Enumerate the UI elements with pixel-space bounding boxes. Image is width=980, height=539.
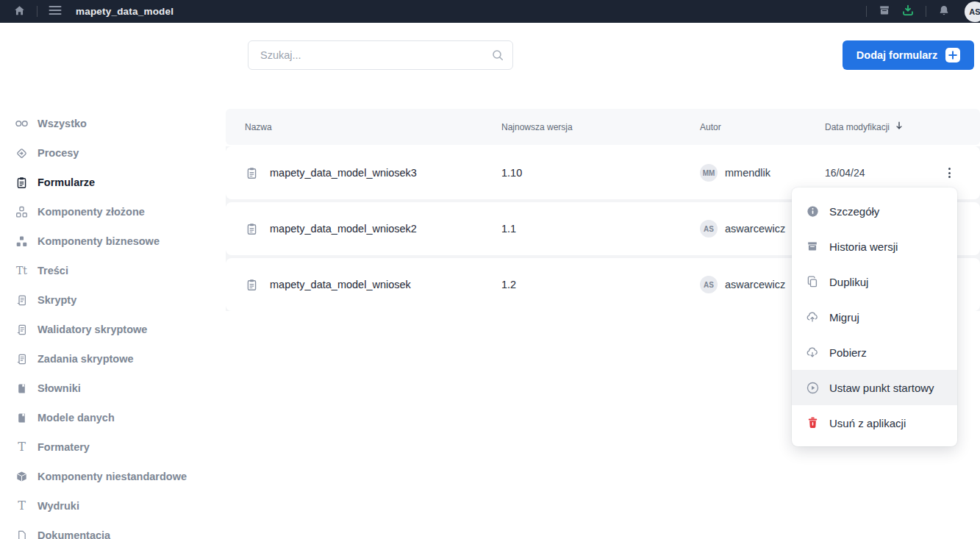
form-version: 1.2	[501, 279, 700, 290]
sidebar-item-label: Dokumentacja	[37, 529, 110, 539]
sidebar-item-wszystko[interactable]: Wszystko	[0, 109, 226, 138]
menu-item-ustaw-punkt-startowy[interactable]: Ustaw punkt startowy	[792, 370, 957, 405]
topbar: mapety_data_model AS	[0, 0, 980, 23]
script-icon	[15, 352, 29, 366]
user-avatar[interactable]: AS	[965, 1, 980, 22]
bell-icon	[938, 4, 950, 19]
menu-button[interactable]	[43, 0, 67, 23]
form-version: 1.10	[501, 167, 700, 179]
column-header-data-modyfikacji[interactable]: Data modyfikacji	[825, 121, 980, 133]
author-name: mmendlik	[725, 167, 770, 179]
sidebar-item-label: Komponenty biznesowe	[37, 235, 160, 247]
duplicate-icon	[805, 274, 820, 289]
topbar-divider	[926, 6, 926, 17]
archive-button[interactable]	[873, 0, 896, 23]
sidebar-item-label: Formatery	[37, 441, 90, 453]
author-name: aswarcewicz	[725, 223, 785, 235]
sidebar-item-tresci[interactable]: Tt Treści	[0, 256, 226, 285]
package-icon	[15, 470, 29, 484]
menu-item-pobierz[interactable]: Pobierz	[792, 335, 957, 370]
sidebar-item-komponenty-niestandardowe[interactable]: Komponenty niestandardowe	[0, 462, 226, 491]
info-icon	[805, 204, 820, 218]
sidebar-item-label: Wydruki	[37, 500, 79, 512]
author-avatar: AS	[700, 276, 718, 293]
search-input[interactable]	[248, 40, 513, 70]
modified-date: 16/04/24	[825, 167, 865, 179]
clipboard-icon	[15, 176, 29, 190]
sidebar-item-formularze[interactable]: Formularze	[0, 168, 226, 197]
sort-desc-icon	[894, 121, 904, 133]
sidebar-item-skrypty[interactable]: Skrypty	[0, 285, 226, 315]
book-icon	[15, 382, 29, 396]
process-diamond-icon	[15, 146, 29, 160]
business-cubes-icon	[15, 235, 29, 249]
menu-item-label: Usuń z aplikacji	[829, 417, 906, 429]
topbar-divider	[37, 6, 37, 17]
download-export-button[interactable]	[896, 0, 920, 23]
sidebar-item-dokumentacja[interactable]: Dokumentacja	[0, 521, 226, 539]
row-actions-kebab-button[interactable]	[943, 162, 956, 184]
menu-item-szczegoly[interactable]: Szczegóły	[792, 193, 957, 229]
trash-icon	[805, 415, 820, 430]
form-clipboard-icon	[245, 278, 259, 292]
plus-icon	[945, 48, 960, 63]
letter-t-icon: T	[15, 440, 29, 454]
sidebar-item-komponenty-biznesowe[interactable]: Komponenty biznesowe	[0, 226, 226, 256]
notifications-button[interactable]	[932, 0, 956, 23]
row-context-menu: Szczegóły Historia wersji Duplikuj Migru…	[792, 188, 957, 446]
sidebar-item-label: Formularze	[37, 176, 95, 188]
column-header-najnowsza-wersja[interactable]: Najnowsza wersja	[501, 122, 700, 132]
menu-item-duplikuj[interactable]: Duplikuj	[792, 264, 957, 299]
version-history-icon	[805, 239, 820, 254]
form-clipboard-icon	[245, 222, 259, 236]
sidebar-item-modele-danych[interactable]: Modele danych	[0, 403, 226, 432]
sidebar: Wszystko Procesy Formularze Komponenty z…	[0, 109, 226, 539]
form-version: 1.1	[501, 223, 700, 235]
topbar-divider	[866, 6, 867, 17]
menu-item-usun-z-aplikacji[interactable]: Usuń z aplikacji	[792, 405, 957, 440]
menu-item-label: Szczegóły	[829, 205, 879, 218]
form-name: mapety_data_model_wniosek3	[270, 167, 417, 179]
search-icon	[491, 49, 504, 65]
book-icon	[15, 411, 29, 425]
column-header-nazwa[interactable]: Nazwa	[245, 122, 501, 132]
menu-item-migruj[interactable]: Migruj	[792, 299, 957, 335]
form-clipboard-icon	[245, 166, 259, 180]
home-button[interactable]	[7, 0, 31, 23]
app-title: mapety_data_model	[76, 6, 174, 17]
home-icon	[13, 4, 26, 19]
sidebar-item-walidatory-skryptowe[interactable]: Walidatory skryptowe	[0, 315, 226, 344]
sidebar-item-label: Modele danych	[37, 412, 115, 424]
sidebar-item-slowniki[interactable]: Słowniki	[0, 374, 226, 403]
components-cubes-icon	[15, 205, 29, 219]
form-name: mapety_data_model_wniosek2	[270, 223, 417, 235]
sidebar-item-wydruki[interactable]: T Wydruki	[0, 491, 226, 521]
sidebar-item-label: Słowniki	[37, 382, 81, 394]
menu-item-label: Pobierz	[829, 346, 867, 359]
menu-item-label: Historia wersji	[829, 240, 898, 253]
document-icon	[15, 529, 29, 539]
sidebar-item-label: Treści	[37, 265, 68, 276]
sidebar-item-label: Komponenty złożone	[37, 206, 145, 218]
script-icon	[15, 293, 29, 307]
sidebar-item-zadania-skryptowe[interactable]: Zadania skryptowe	[0, 344, 226, 374]
sidebar-item-label: Walidatory skryptowe	[37, 324, 147, 335]
menu-item-historia-wersji[interactable]: Historia wersji	[792, 229, 957, 264]
add-form-button[interactable]: Dodaj formularz	[843, 40, 974, 70]
form-name: mapety_data_model_wniosek	[270, 279, 411, 290]
text-content-icon: Tt	[15, 264, 29, 278]
download-icon	[901, 4, 915, 19]
menu-item-label: Duplikuj	[829, 276, 868, 288]
sidebar-item-label: Komponenty niestandardowe	[37, 471, 187, 482]
sidebar-item-label: Procesy	[37, 147, 79, 159]
cloud-upload-icon	[805, 310, 820, 324]
add-form-button-label: Dodaj formularz	[856, 49, 937, 61]
sidebar-item-label: Zadania skryptowe	[37, 353, 134, 365]
sidebar-item-formatery[interactable]: T Formatery	[0, 432, 226, 462]
author-avatar: MM	[700, 164, 718, 182]
column-header-autor[interactable]: Autor	[700, 122, 825, 132]
sidebar-item-komponenty-zlozone[interactable]: Komponenty złożone	[0, 197, 226, 226]
letter-t-icon: T	[15, 499, 29, 513]
sidebar-item-procesy[interactable]: Procesy	[0, 138, 226, 168]
infinity-icon	[15, 117, 29, 131]
